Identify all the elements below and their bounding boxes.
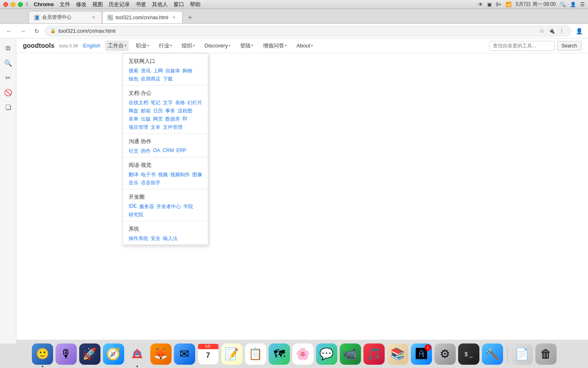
link-bi[interactable]: BI — [183, 116, 187, 123]
more-icon[interactable]: ⋮ — [557, 27, 566, 35]
back-button[interactable]: ← — [3, 25, 15, 37]
link-online-doc[interactable]: 在线文档 — [129, 99, 148, 106]
terminal-icon[interactable]: $ _ — [458, 343, 479, 365]
avatar-icon[interactable]: 👤 — [570, 2, 576, 7]
appstore-icon[interactable]: 🅰 1 — [411, 343, 432, 365]
menu-window[interactable]: 窗口 — [174, 1, 184, 8]
search-button[interactable]: Search — [557, 41, 581, 51]
link-server[interactable]: 服务器 — [139, 203, 154, 210]
link-search[interactable]: 搜索 — [129, 67, 138, 74]
link-translate[interactable]: 翻译 — [129, 171, 138, 178]
link-web[interactable]: 上网 — [153, 67, 163, 74]
link-videoproduction[interactable]: 视频制作 — [170, 171, 190, 178]
url-display[interactable]: tool321.com/cn/nav.html — [58, 28, 535, 34]
forward-button[interactable]: → — [17, 25, 29, 37]
system-prefs-icon[interactable]: ⚙ — [434, 343, 456, 365]
thunderbird-icon[interactable]: ✉ — [174, 343, 195, 365]
site-logo[interactable]: goodtools — [23, 42, 54, 49]
new-tab-button[interactable]: + — [184, 12, 196, 23]
search-icon[interactable]: 🔍 — [560, 2, 566, 7]
link-text[interactable]: 文字 — [163, 99, 173, 106]
omnibox[interactable]: 🔒 tool321.com/cn/nav.html ☆ 🔌 ⋮ — [45, 26, 571, 36]
nav-login[interactable]: 登陆 ▾ — [238, 40, 256, 51]
link-ebook[interactable]: 电子书 — [141, 171, 156, 178]
photos-icon[interactable]: 🌸 — [292, 343, 314, 365]
search-input[interactable] — [489, 41, 555, 51]
extensions-icon[interactable]: 🔌 — [548, 27, 556, 35]
link-news[interactable]: 资讯 — [141, 67, 151, 74]
link-research[interactable]: 研究院 — [129, 211, 143, 218]
menu-file[interactable]: 文件 — [60, 1, 70, 8]
link-document[interactable]: 文本 — [151, 124, 160, 131]
close-button[interactable] — [3, 2, 8, 7]
trash-icon[interactable]: 🗑 — [535, 343, 557, 365]
lang-switch[interactable]: English — [83, 43, 100, 49]
notes-icon[interactable]: 📝 — [221, 343, 243, 365]
music-icon[interactable]: 🎵 — [363, 343, 385, 365]
link-sheet[interactable]: 表格 — [175, 99, 185, 106]
apple-menu[interactable]:  — [26, 1, 28, 7]
link-shopping[interactable]: 购物 — [183, 67, 192, 74]
sidebar-block-icon[interactable]: 🚫 — [2, 86, 15, 99]
facetime-icon[interactable]: 📹 — [340, 343, 361, 365]
link-crm[interactable]: CRM — [163, 148, 174, 155]
link-video[interactable]: 视频 — [158, 171, 168, 178]
nav-workbench[interactable]: 工作台 ▾ — [105, 40, 129, 51]
link-download[interactable]: 下载 — [163, 76, 173, 83]
menu-help[interactable]: 帮助 — [190, 1, 200, 8]
link-oa[interactable]: OA — [153, 148, 160, 155]
link-publish[interactable]: 出版 — [141, 116, 151, 123]
link-disk[interactable]: 网盘 — [129, 108, 138, 114]
link-filemanage[interactable]: 文件管理 — [163, 124, 183, 131]
link-ide[interactable]: IDE — [129, 203, 137, 210]
link-project[interactable]: 项目管理 — [129, 124, 148, 131]
tab-nav[interactable]: 🔧 tool321.com/cn/nav.html ✕ — [102, 11, 183, 23]
link-database[interactable]: 数据库 — [165, 116, 180, 123]
link-voice[interactable]: 语音助手 — [141, 180, 160, 186]
list-icon[interactable]: ☰ — [580, 2, 585, 7]
minimize-button[interactable] — [11, 2, 16, 7]
launchpad-icon[interactable]: 🚀 — [79, 343, 100, 365]
link-notes[interactable]: 笔记 — [151, 99, 160, 106]
menu-bookmarks[interactable]: 书签 — [136, 1, 146, 8]
calendar-icon[interactable]: 5月 7 — [198, 343, 219, 365]
nav-industry[interactable]: 行业 ▾ — [156, 40, 174, 51]
link-tasks[interactable]: 事务 — [165, 108, 175, 114]
maximize-button[interactable] — [18, 2, 23, 7]
link-music[interactable]: 音乐 — [129, 180, 138, 186]
nav-about[interactable]: About ▾ — [294, 41, 315, 50]
link-erp[interactable]: ERP — [176, 148, 187, 155]
sidebar-scissors-icon[interactable]: ✂ — [2, 71, 15, 84]
maps-icon[interactable]: 🗺 — [269, 343, 290, 365]
tab-close-nav[interactable]: ✕ — [171, 14, 177, 21]
xcode-icon[interactable]: 🔨 — [482, 343, 503, 365]
link-input[interactable]: 输入法 — [163, 235, 178, 242]
link-form[interactable]: 表单 — [129, 116, 138, 123]
menu-people[interactable]: 其他人 — [152, 1, 168, 8]
menu-view[interactable]: 视图 — [92, 1, 103, 8]
link-webpage[interactable]: 网页 — [153, 116, 163, 123]
profile-icon[interactable]: 👤 — [573, 25, 585, 37]
link-academy[interactable]: 学院 — [183, 203, 193, 210]
reminders-icon[interactable]: 📋 — [245, 343, 266, 365]
link-social[interactable]: 社交 — [129, 148, 138, 155]
nav-career[interactable]: 职业 ▾ — [134, 40, 151, 51]
reload-button[interactable]: ↻ — [31, 25, 42, 37]
link-wallet[interactable]: 钱包 — [129, 76, 138, 83]
link-devcenter[interactable]: 开发者中心 — [156, 203, 181, 210]
link-calendar[interactable]: 日历 — [153, 108, 163, 114]
link-collab[interactable]: 协作 — [141, 148, 151, 155]
traffic-lights[interactable] — [3, 2, 23, 7]
nav-qa[interactable]: 增值问答 ▾ — [261, 40, 289, 51]
link-media[interactable]: 自媒体 — [165, 67, 180, 74]
link-email[interactable]: 邮箱 — [141, 108, 151, 114]
nav-discovery[interactable]: Discovery ▾ — [202, 41, 233, 50]
tab-close-membership[interactable]: ✕ — [90, 14, 97, 21]
siri-icon[interactable]: 🎙 — [56, 343, 77, 365]
bookmark-icon[interactable]: ☆ — [538, 27, 546, 35]
finder-icon[interactable]: 🙂 — [32, 343, 53, 365]
messages-icon[interactable]: 💬 — [316, 343, 337, 365]
chrome-icon[interactable] — [127, 343, 148, 365]
sidebar-search-icon[interactable]: 🔍 — [2, 56, 15, 70]
sidebar-copy-icon[interactable]: ⧉ — [2, 42, 15, 55]
